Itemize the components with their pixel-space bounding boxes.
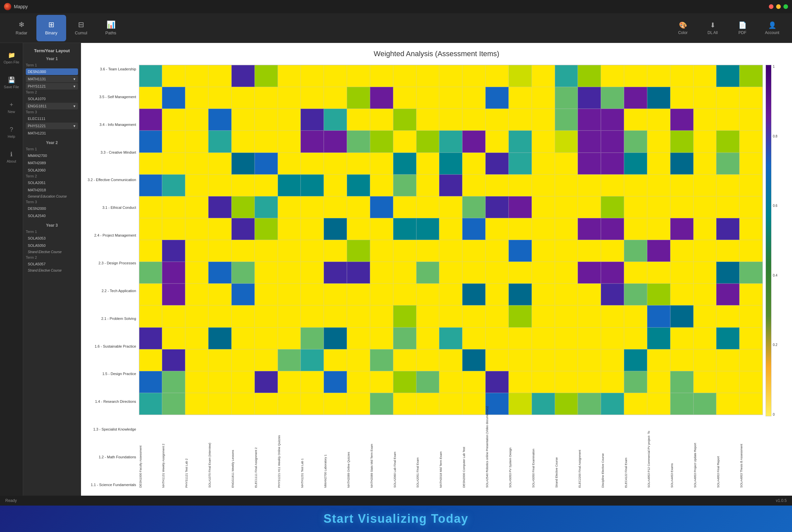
- minimize-button[interactable]: [776, 4, 781, 9]
- toolbar-account[interactable]: 👤 Account: [759, 15, 786, 41]
- heatmap-cell: [300, 305, 324, 327]
- heatmap-cell: [694, 284, 717, 305]
- heatmap-cell: [485, 305, 509, 327]
- heatmap-cell: [694, 349, 717, 371]
- heatmap-cell: [232, 262, 255, 284]
- course-sola2540[interactable]: SOLA2540: [26, 212, 78, 219]
- heatmap-cell: [416, 284, 440, 305]
- course-engg1811[interactable]: ENGG1811▼: [26, 103, 78, 109]
- course-phys1121[interactable]: PHYS1121▼: [26, 83, 78, 90]
- course-math1131[interactable]: MATH1131▼: [26, 76, 78, 82]
- heatmap-cell: [601, 65, 624, 87]
- course-desn1000[interactable]: DESN1000: [26, 69, 78, 75]
- heatmap-cell: [647, 87, 670, 109]
- heatmap-cell: [347, 131, 370, 152]
- heatmap-cell: [185, 65, 208, 87]
- content-area: 📁 Open File 💾 Save File + New ? Help: [0, 43, 792, 496]
- course-elec1111[interactable]: ELEC1111: [26, 115, 78, 122]
- x-label: SOLA4953 Final Report: [717, 416, 740, 489]
- heatmap-cell: [670, 327, 694, 349]
- heatmap-cell: [555, 196, 578, 218]
- heatmap-cell: [647, 284, 670, 305]
- nav-open-file[interactable]: 📁 Open File: [2, 46, 21, 70]
- x-label: Discipline Elective Course: [601, 416, 624, 489]
- heatmap-cell: [416, 131, 440, 152]
- maximize-button[interactable]: [784, 4, 788, 9]
- heatmap-cell: [278, 371, 301, 393]
- heatmap-cell: [739, 87, 762, 109]
- toolbar-binary[interactable]: ⊞ Binary: [36, 15, 66, 41]
- course-mman2700[interactable]: MMAN2700: [26, 152, 78, 159]
- heatmap-cell: [578, 65, 601, 87]
- heatmap-cell: [300, 327, 324, 349]
- heatmap-cell: [532, 284, 555, 305]
- heatmap-cell: [208, 153, 232, 174]
- course-sola5053[interactable]: SOLA5053: [26, 235, 78, 242]
- strand-elective-tag-2: Strand Elective Course: [26, 268, 78, 273]
- heatmap-cell: [578, 262, 601, 284]
- heatmap-cell: [162, 262, 185, 284]
- course-math2018[interactable]: MATH2018: [26, 187, 78, 193]
- heatmap-cell: [439, 305, 462, 327]
- heatmap-cell: [208, 174, 232, 196]
- course-math1231[interactable]: MATH1231: [26, 130, 78, 136]
- heatmap-cell: [509, 284, 532, 305]
- course-sola2060[interactable]: SOLA2060: [26, 167, 78, 173]
- heatmap-cell: [300, 131, 324, 152]
- nav-about[interactable]: ℹ About: [2, 146, 21, 169]
- course-sola2051[interactable]: SOLA2051: [26, 179, 78, 186]
- toolbar-dl-all[interactable]: ⬇ DL All: [699, 15, 726, 41]
- y-label: 3.2 - Effective Communication: [88, 175, 136, 184]
- heatmap-cell: [647, 327, 670, 349]
- heatmap-cell: [509, 262, 532, 284]
- heatmap-cell: [509, 65, 532, 87]
- nav-save-file[interactable]: 💾 Save File: [2, 71, 21, 94]
- heatmap-cell: [509, 87, 532, 109]
- heatmap-cell: [578, 109, 601, 131]
- heatmap-cell: [716, 131, 739, 152]
- toolbar-radar[interactable]: ❄ Radar: [6, 15, 36, 41]
- term-2-2-label: Term 2: [26, 174, 78, 178]
- heatmap-cell: [647, 371, 670, 393]
- chevron-down-icon-4: ▼: [73, 124, 76, 128]
- heatmap-cell: [462, 371, 485, 393]
- x-label: ENGG1811 Weekly Lessons: [231, 416, 254, 489]
- toolbar-pdf[interactable]: 📄 PDF: [729, 15, 756, 41]
- heatmap-cell: [185, 131, 208, 152]
- heatmap-cell: [162, 349, 185, 371]
- course-sola5057[interactable]: SOLA5057: [26, 261, 78, 267]
- close-button[interactable]: [769, 4, 773, 9]
- heatmap-cell: [624, 153, 647, 174]
- course-phys1221[interactable]: PHYS1221▼: [26, 122, 78, 129]
- heatmap-cell: [647, 349, 670, 371]
- heatmap-cell: [485, 196, 509, 218]
- nav-new[interactable]: + New: [2, 96, 21, 119]
- heatmap-cell: [255, 284, 278, 305]
- heatmap-cell: [439, 218, 462, 240]
- heatmap-cell: [324, 262, 347, 284]
- heatmap-cell: [370, 240, 393, 262]
- heatmap-cell: [739, 305, 762, 327]
- toolbar-paths[interactable]: 📊 Paths: [96, 15, 126, 41]
- nav-help[interactable]: ? Help: [2, 120, 21, 144]
- heatmap-cell: [485, 284, 509, 305]
- course-math2089[interactable]: MATH2089: [26, 159, 78, 166]
- heatmap-cell: [278, 262, 301, 284]
- toolbar-cumul[interactable]: ⊟ Cumul: [66, 15, 96, 41]
- heatmap-cell: [255, 240, 278, 262]
- course-sola5050[interactable]: SOLA5050: [26, 242, 78, 249]
- legend-08: 0.8: [773, 134, 777, 138]
- binary-icon: ⊞: [48, 20, 54, 29]
- course-desn2000[interactable]: DESN2000: [26, 205, 78, 212]
- heatmap-cell: [162, 371, 185, 393]
- heatmap-cell: [208, 109, 232, 131]
- heatmap-cell: [208, 349, 232, 371]
- course-sola1070[interactable]: SOLA1070: [26, 95, 78, 102]
- heatmap-cell: [670, 349, 694, 371]
- heatmap-cell: [139, 196, 162, 218]
- heatmap-cell: [462, 240, 485, 262]
- heatmap-cell: [370, 349, 393, 371]
- heatmap-cell: [300, 393, 324, 415]
- toolbar-color[interactable]: 🎨 Color: [670, 15, 696, 41]
- heatmap-cell: [485, 240, 509, 262]
